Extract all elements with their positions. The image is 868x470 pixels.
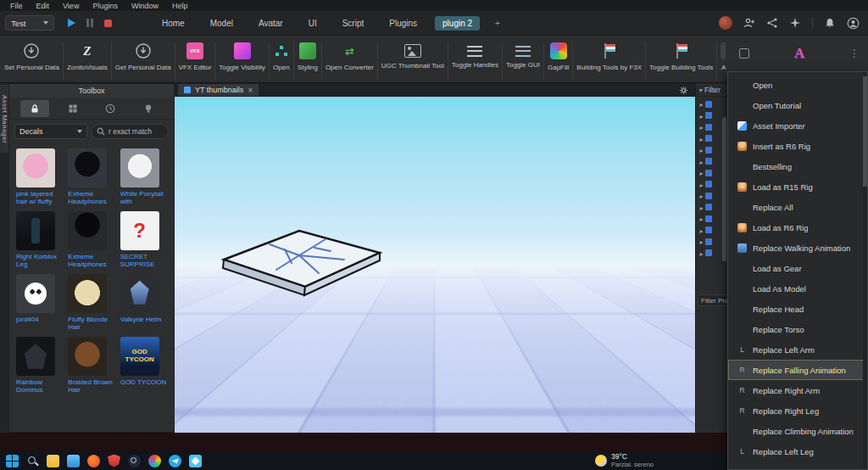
tab-plugin-2[interactable]: plugin 2 xyxy=(435,16,480,31)
asset-item[interactable]: Rainbow Dominus xyxy=(16,337,63,394)
properties-filter-input[interactable]: Filter Pro xyxy=(698,294,727,306)
tab-home[interactable]: Home xyxy=(154,16,192,31)
plugin-button-toggle-building-tools[interactable]: Toggle Building Tools xyxy=(647,42,715,72)
toolbox-title[interactable]: Toolbox xyxy=(9,84,174,98)
asset-link[interactable]: jord404 xyxy=(16,316,63,323)
asset-item[interactable]: Braided Brown Hair xyxy=(68,337,114,394)
avatar[interactable] xyxy=(719,16,732,30)
small-plugin-icon[interactable] xyxy=(739,48,749,59)
asset-item[interactable]: Fluffy Blonde Hair xyxy=(68,274,114,332)
plugin-button-ugc-thumbnail-tool[interactable]: UGC Thumbnail Tool xyxy=(379,42,447,70)
menu-item-load-as-model[interactable]: Load As Model xyxy=(728,278,867,299)
menu-item-load-as-r6-rig[interactable]: Load as R6 Rig xyxy=(728,217,867,238)
asset-link[interactable]: White Ponytail with xyxy=(120,190,167,206)
plugin-button-open-converter[interactable]: ⇄ Open Converter xyxy=(323,42,376,72)
slab-part[interactable] xyxy=(217,226,387,300)
recent-clock-tab[interactable] xyxy=(96,100,125,117)
plugin-button-gapfill[interactable]: GapFill xyxy=(545,42,571,72)
shield-icon[interactable] xyxy=(108,455,120,467)
weather-widget[interactable]: 39°C Parzial. sereno xyxy=(595,453,654,468)
place-tab-yt-thumbnails[interactable]: YT thumbnails × xyxy=(178,84,259,96)
menu-item-replace-left-arm[interactable]: LReplace Left Arm xyxy=(728,339,867,360)
gear-icon[interactable] xyxy=(679,86,692,95)
asset-link[interactable]: Extreme Headphones xyxy=(68,253,114,269)
menu-item-open-tutorial[interactable]: Open Tutorial xyxy=(728,95,867,115)
menu-item-replace-left-leg[interactable]: LReplace Left Leg xyxy=(728,441,867,462)
asset-item[interactable]: Extreme Headphones xyxy=(68,211,114,269)
plugin-button-get-personal-data[interactable]: Get Personal Data xyxy=(113,42,174,72)
menu-item-replace-torso[interactable]: Replace Torso xyxy=(728,319,867,339)
brave-browser-icon[interactable] xyxy=(87,455,100,467)
folder-icon[interactable] xyxy=(47,455,59,467)
menu-file[interactable]: File xyxy=(3,2,30,10)
marketplace-tab[interactable] xyxy=(20,100,49,117)
plugin-button-toggle-visibility[interactable]: Toggle Visibility xyxy=(216,42,268,72)
tree-item[interactable] xyxy=(696,98,727,110)
menu-item-load-as-gear[interactable]: Load as Gear xyxy=(728,258,867,278)
menu-item-replace-all-2[interactable]: RReplace All xyxy=(728,462,867,470)
moon-animator-icon[interactable]: A xyxy=(794,45,804,62)
menu-view[interactable]: View xyxy=(56,2,86,10)
plugin-button-styling[interactable]: Styling xyxy=(295,42,320,72)
toolbox-search-input[interactable] xyxy=(108,127,163,136)
menu-item-replace-right-arm[interactable]: RReplace Right Arm xyxy=(728,380,867,400)
record-stop-icon[interactable] xyxy=(104,20,112,27)
asset-link[interactable]: Fluffy Blonde Hair xyxy=(68,316,114,332)
asset-item[interactable]: jord404 xyxy=(16,274,63,332)
assistant-sparkle-icon[interactable] xyxy=(789,17,801,29)
asset-link[interactable]: Braided Brown Hair xyxy=(68,378,114,394)
asset-item[interactable]: GOD TYCOONGOD TYCOON xyxy=(120,337,167,394)
asset-item[interactable]: ?SECRET SURPRISE xyxy=(120,211,167,269)
tab-ui[interactable]: UI xyxy=(301,16,325,31)
file-explorer-icon[interactable] xyxy=(67,455,80,467)
explorer-scrollbar[interactable] xyxy=(722,117,726,261)
taskbar-search-icon[interactable] xyxy=(26,455,39,467)
toolbox-search[interactable] xyxy=(91,124,169,139)
asset-link[interactable]: GOD TYCOON xyxy=(120,378,167,386)
close-icon[interactable]: × xyxy=(248,86,253,95)
asset-link[interactable]: Valkyrie Helm xyxy=(120,316,167,323)
test-mode-dropdown[interactable]: Test xyxy=(5,15,54,31)
play-icon[interactable] xyxy=(68,19,75,27)
asset-link[interactable]: SECRET SURPRISE xyxy=(120,253,167,269)
asset-manager-tab[interactable]: Asset Manager xyxy=(0,85,8,153)
asset-link[interactable]: pink layered hair w/ fluffy xyxy=(16,190,63,206)
share-icon[interactable] xyxy=(766,17,778,29)
tab-model[interactable]: Model xyxy=(203,16,241,31)
add-collaborator-icon[interactable] xyxy=(743,17,755,29)
plugin-button-building-tools-f3x[interactable]: Building Tools by F3X xyxy=(574,42,644,72)
menu-item-load-as-r15-rig[interactable]: Load as R15 Rig xyxy=(728,176,867,197)
asset-item[interactable]: Valkyrie Helm xyxy=(120,274,167,332)
account-icon[interactable] xyxy=(847,17,860,30)
plugin-button-toggle-handles[interactable]: Toggle Handles xyxy=(449,42,501,70)
menu-item-replace-walking-animation[interactable]: Replace Walking Animation xyxy=(728,238,867,258)
menu-item-insert-as-r6-rig[interactable]: Insert as R6 Rig xyxy=(728,136,867,156)
category-dropdown[interactable]: Decals xyxy=(14,124,87,139)
tab-avatar[interactable]: Avatar xyxy=(251,16,291,31)
tab-plugins[interactable]: Plugins xyxy=(381,16,425,31)
menu-item-open[interactable]: Open xyxy=(728,75,867,95)
notifications-bell-icon[interactable] xyxy=(824,17,836,29)
more-options-icon[interactable] xyxy=(849,48,860,59)
photos-icon[interactable] xyxy=(189,455,202,467)
menu-item-replace-falling-animation[interactable]: RReplace Falling Animation xyxy=(728,360,867,380)
plugin-button-zonitovisuals[interactable]: Z ZonitoVisuals xyxy=(64,42,110,72)
menu-item-replace-all[interactable]: Replace All xyxy=(728,197,867,217)
plugin-button-open[interactable]: Open xyxy=(270,42,292,72)
plugin-button-toggle-gui[interactable]: Toggle GUI xyxy=(504,42,542,70)
pause-icon[interactable] xyxy=(86,19,93,27)
plugin-button-set-personal-data[interactable]: Set Personal Data xyxy=(2,42,62,72)
menu-item-replace-right-leg[interactable]: RReplace Right Leg xyxy=(728,400,867,421)
menu-help[interactable]: Help xyxy=(165,2,195,10)
asset-link[interactable]: Right Korblox Leg xyxy=(16,253,63,269)
plugin-button-vfx-editor[interactable]: VFX VFX Editor xyxy=(176,42,214,72)
explorer-filter[interactable]: Filter xyxy=(696,83,727,97)
menu-window[interactable]: Window xyxy=(125,2,165,10)
telegram-icon[interactable] xyxy=(169,455,181,467)
menu-scrollbar[interactable] xyxy=(863,72,867,469)
inventory-grid-tab[interactable] xyxy=(58,100,87,117)
start-button-icon[interactable] xyxy=(6,455,19,467)
asset-item[interactable]: Extreme Headphones xyxy=(68,148,114,206)
tab-script[interactable]: Script xyxy=(335,16,372,31)
3d-scene[interactable] xyxy=(175,97,695,433)
